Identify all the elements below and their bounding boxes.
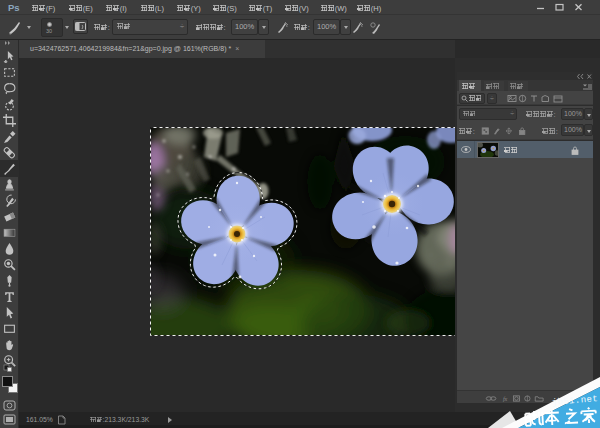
svg-text:fx: fx xyxy=(503,396,508,402)
